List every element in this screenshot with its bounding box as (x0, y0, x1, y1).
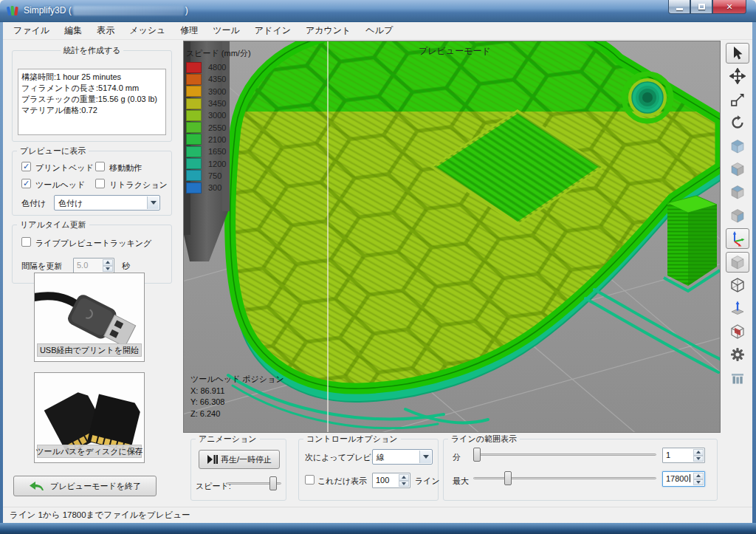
show-only-spinner[interactable]: 100 (372, 473, 410, 488)
live-preview-tracking-checkbox[interactable] (21, 237, 31, 247)
menu-item[interactable]: ツール (205, 22, 247, 39)
range-max-spin-up[interactable] (693, 473, 704, 479)
toolhead-position-readout: ツールヘッド ポジション X: 86.911 Y: 66.308 Z: 6.24… (190, 374, 284, 420)
legend-row: 3450 (186, 97, 251, 109)
show-only-spin-up[interactable] (399, 474, 409, 481)
window-border-right (752, 22, 756, 523)
range-max-slider[interactable] (473, 471, 656, 485)
interval-spin-down[interactable] (103, 266, 113, 273)
legend-color-swatch (186, 98, 202, 109)
speed-legend-rows: 4800435039003450300025502100165012007503… (186, 61, 251, 194)
print-bed-checkbox[interactable]: ✓ (21, 162, 31, 171)
animation-speed-slider[interactable] (227, 476, 281, 490)
solid-view-button[interactable] (726, 252, 749, 273)
preview-by-select-arrow[interactable] (419, 451, 431, 463)
move-button[interactable] (726, 66, 749, 86)
menu-item[interactable]: ヘルプ (358, 22, 400, 39)
close-button[interactable]: ✕ (712, 0, 746, 14)
menu-item[interactable]: 表示 (89, 22, 122, 39)
surface-normal-icon (729, 300, 746, 316)
range-min-spin-down[interactable] (693, 456, 704, 462)
legend-row: 1650 (186, 146, 251, 157)
settings-gear-button[interactable] (726, 344, 749, 365)
range-max-spinner[interactable]: 17800 (662, 471, 705, 487)
menu-item[interactable]: アカウント (298, 22, 358, 39)
coloring-select-arrow[interactable] (147, 196, 159, 209)
window-title-suffix: ) (185, 5, 188, 16)
title-bar[interactable]: Simplify3D ( ) ✕ (0, 0, 756, 22)
range-max-value: 17800 (666, 474, 689, 483)
retraction-checkbox[interactable] (95, 179, 105, 188)
coordinate-axes-button[interactable] (726, 228, 749, 249)
spin-down-icon (106, 267, 110, 273)
view-cube-top-button[interactable] (726, 205, 749, 226)
legend-value: 4800 (208, 63, 226, 72)
toolhead-checkbox[interactable]: ✓ (21, 179, 31, 188)
legend-value: 750 (208, 171, 221, 180)
wireframe-view-button[interactable] (726, 275, 749, 295)
status-text: ライン 1から 17800までファイルをプレビュー (10, 510, 190, 521)
select-cursor-button[interactable] (726, 43, 749, 64)
legend-row: 1200 (186, 157, 251, 169)
legend-value: 3450 (208, 99, 226, 108)
menu-item[interactable]: 編集 (57, 22, 89, 39)
show-only-spin-down[interactable] (399, 481, 409, 487)
supports-button[interactable] (726, 367, 749, 388)
range-max-spin-down[interactable] (693, 479, 704, 486)
view-cube-front-button[interactable] (726, 159, 749, 179)
menu-item[interactable]: 修理 (173, 22, 205, 39)
slider-thumb[interactable] (504, 471, 512, 485)
view-cube-iso-button[interactable] (726, 136, 749, 157)
toolhead-label: ツールヘッド (35, 179, 85, 191)
slider-thumb[interactable] (473, 448, 481, 462)
cross-section-button[interactable] (726, 321, 749, 342)
preview-display-group: プレビューに表示 ✓ プリントベッド 移動動作 ✓ ツールヘッド リトラクション… (12, 151, 172, 216)
travel-moves-checkbox[interactable] (95, 162, 105, 171)
legend-row: 4800 (186, 61, 251, 73)
preview-by-select[interactable]: 線 (372, 449, 433, 465)
show-only-checkbox[interactable] (305, 475, 315, 485)
legend-value: 3000 (208, 111, 226, 120)
exit-preview-mode-button[interactable]: プレビューモードを終了 (13, 476, 157, 496)
menu-item[interactable]: メッシュ (122, 22, 173, 39)
spin-up-icon (696, 448, 701, 453)
legend-row: 300 (186, 182, 251, 194)
left-sidebar: 統計を作成する 構築時間:1 hour 25 minutesフィラメントの長さ:… (3, 40, 183, 507)
begin-print-usb-button[interactable]: USB経由でプリントを開始 (34, 273, 145, 362)
range-min-spin-up[interactable] (693, 449, 704, 456)
range-min-spinner[interactable]: 1 (662, 448, 705, 463)
stats-box: 構築時間:1 hour 25 minutesフィラメントの長さ:5174.0 m… (18, 69, 166, 135)
viewport-3d[interactable]: スピード (mm/分) 4800435039003450300025502100… (183, 41, 721, 433)
view-cube-front-icon (729, 161, 746, 177)
legend-value: 1200 (208, 160, 226, 168)
stat-line: マテリアル価格:0.72 (21, 105, 162, 116)
maximize-button[interactable] (690, 0, 712, 14)
slider-thumb[interactable] (269, 476, 277, 490)
update-interval-spinner[interactable]: 5.0 (73, 258, 114, 273)
range-max-label: 最大 (453, 476, 469, 487)
usb-tile-caption: USB経由でプリントを開始 (37, 343, 142, 357)
play-pause-button[interactable]: 再生/一時停止 (199, 450, 280, 469)
update-interval-unit: 秒 (122, 261, 130, 272)
play-pause-icon (207, 455, 218, 464)
title-redacted-text (73, 6, 184, 16)
animation-group-title: アニメーション (196, 434, 260, 445)
rotate-button[interactable] (726, 112, 749, 133)
coloring-select-value: 色付け (58, 198, 83, 209)
legend-value: 2100 (208, 135, 226, 144)
interval-spin-up[interactable] (103, 259, 113, 266)
show-only-unit: ライン (415, 476, 440, 487)
legend-row: 4350 (186, 73, 251, 85)
coloring-select[interactable]: 色付け (54, 195, 160, 210)
minimize-button[interactable] (668, 0, 690, 14)
range-min-slider[interactable] (473, 448, 656, 462)
window-title-prefix: Simplify3D ( (24, 5, 72, 16)
surface-normal-button[interactable] (726, 298, 749, 318)
window-border-left (0, 22, 3, 523)
save-toolpaths-button[interactable]: ツールパスをディスクに保存 (34, 372, 145, 463)
view-cube-side-button[interactable] (726, 182, 749, 202)
scale-button[interactable] (726, 89, 749, 110)
menu-item[interactable]: アドイン (247, 22, 298, 39)
menu-item[interactable]: ファイル (6, 22, 57, 39)
spin-up-icon (402, 473, 406, 479)
